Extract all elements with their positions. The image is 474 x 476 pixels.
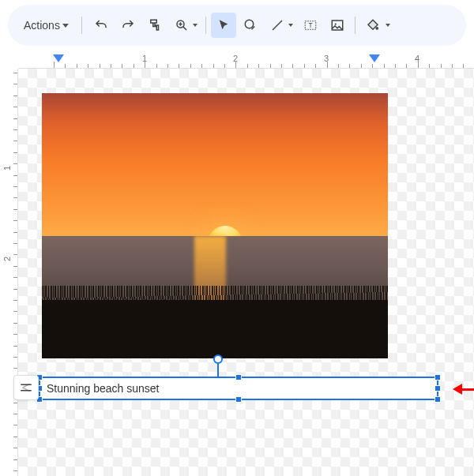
- separator: [355, 17, 356, 34]
- separator: [205, 17, 206, 34]
- main-toolbar: Actions T: [8, 5, 466, 46]
- svg-point-6: [375, 27, 378, 30]
- indent-marker-right-icon[interactable]: [369, 54, 380, 62]
- caption-textbox[interactable]: Stunning beach sunset: [39, 377, 438, 400]
- resize-handle-tr[interactable]: [434, 374, 441, 380]
- separator: [81, 17, 82, 34]
- zoom-button[interactable]: [169, 13, 194, 38]
- svg-text:T: T: [308, 22, 312, 29]
- chevron-down-icon: [62, 24, 69, 28]
- text-wrap-button[interactable]: [13, 375, 39, 400]
- undo-button[interactable]: [88, 13, 114, 38]
- svg-point-5: [335, 23, 337, 24]
- actions-label: Actions: [24, 19, 60, 32]
- actions-menu-button[interactable]: Actions: [17, 14, 75, 36]
- resize-handle-br[interactable]: [434, 396, 441, 403]
- workspace: 1 2 3 4 1 2 Stunning beach sunset: [0, 51, 474, 476]
- redo-button[interactable]: [115, 13, 141, 38]
- fill-dropdown-icon[interactable]: [386, 24, 390, 27]
- drawing-canvas[interactable]: Stunning beach sunset: [18, 69, 474, 476]
- ruler-label: 1: [2, 166, 12, 171]
- line-tool-button[interactable]: [265, 13, 290, 38]
- resize-handle-mr[interactable]: [434, 385, 441, 392]
- resize-handle-bm[interactable]: [235, 396, 242, 403]
- svg-point-1: [245, 20, 254, 28]
- resize-handle-tm[interactable]: [235, 374, 242, 380]
- shape-tool-button[interactable]: [238, 13, 263, 38]
- ruler-label: 2: [2, 257, 12, 261]
- vertical-ruler[interactable]: 1 2: [0, 69, 18, 476]
- indent-marker-left-icon[interactable]: [53, 54, 64, 62]
- zoom-dropdown-icon[interactable]: [193, 24, 198, 27]
- line-dropdown-icon[interactable]: [288, 24, 293, 27]
- select-tool-button[interactable]: [211, 13, 236, 38]
- fill-color-button[interactable]: [360, 13, 386, 38]
- image-tool-button[interactable]: [325, 13, 350, 38]
- rotation-handle[interactable]: [213, 354, 223, 364]
- caption-text: Stunning beach sunset: [47, 382, 159, 395]
- textbox-tool-button[interactable]: T: [298, 13, 323, 38]
- annotation-arrow-icon: [451, 383, 474, 395]
- paint-format-button[interactable]: [142, 13, 167, 38]
- horizontal-ruler[interactable]: 1 2 3 4: [18, 51, 474, 69]
- sunset-image[interactable]: [42, 93, 388, 358]
